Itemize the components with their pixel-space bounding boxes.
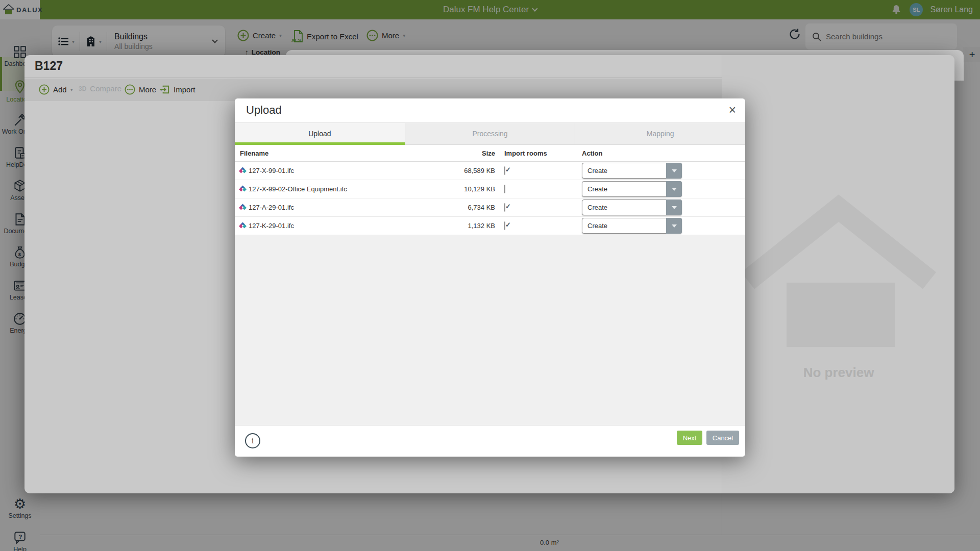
table-row: 127-X-99-01.ifc 68,589 KB Create bbox=[235, 162, 745, 180]
table-header-row: Filename Size Import rooms Action bbox=[235, 145, 745, 162]
info-icon[interactable]: i bbox=[245, 433, 260, 448]
action-select[interactable]: Create bbox=[582, 218, 682, 234]
filename: 127-X-99-01.ifc bbox=[249, 167, 294, 174]
modal-titlebar: Upload × bbox=[235, 98, 745, 122]
app-root: Dalux FM Help Center SL Søren Lang DALUX bbox=[0, 0, 980, 551]
col-action: Action bbox=[582, 149, 602, 157]
file-size: 10,129 KB bbox=[398, 180, 495, 198]
action-select[interactable]: Create bbox=[582, 199, 682, 215]
file-size: 6,734 KB bbox=[398, 198, 495, 216]
select-arrow-icon[interactable] bbox=[666, 163, 682, 179]
filename: 127-A-29-01.ifc bbox=[249, 204, 294, 211]
import-rooms-checkbox[interactable] bbox=[504, 203, 505, 212]
select-arrow-icon[interactable] bbox=[666, 181, 682, 197]
ifc-file-icon bbox=[239, 204, 247, 211]
ifc-file-icon bbox=[239, 222, 247, 230]
col-import-rooms: Import rooms bbox=[504, 149, 547, 157]
import-rooms-checkbox[interactable] bbox=[504, 221, 505, 230]
table-row: 127-X-99-02-Office Equipment.ifc 10,129 … bbox=[235, 180, 745, 198]
close-icon[interactable]: × bbox=[728, 103, 736, 117]
action-select[interactable]: Create bbox=[582, 181, 682, 197]
file-size: 68,589 KB bbox=[398, 162, 495, 180]
import-rooms-checkbox[interactable] bbox=[504, 185, 505, 193]
next-button[interactable]: Next bbox=[677, 431, 702, 445]
upload-file-table: Filename Size Import rooms Action 127-X-… bbox=[235, 145, 745, 235]
select-arrow-icon[interactable] bbox=[666, 199, 682, 215]
import-rooms-checkbox[interactable] bbox=[504, 166, 505, 175]
tab-mapping[interactable]: Mapping bbox=[575, 123, 745, 144]
ifc-file-icon bbox=[239, 167, 247, 174]
col-size: Size bbox=[398, 149, 495, 157]
action-select[interactable]: Create bbox=[582, 163, 682, 179]
upload-modal: Upload × Upload Processing Mapping Filen… bbox=[235, 98, 745, 457]
modal-footer: i Next Cancel bbox=[235, 425, 745, 457]
file-size: 1,132 KB bbox=[398, 217, 495, 235]
tab-processing[interactable]: Processing bbox=[405, 123, 575, 144]
table-row: 127-A-29-01.ifc 6,734 KB Create bbox=[235, 198, 745, 217]
table-row: 127-K-29-01.ifc 1,132 KB Create bbox=[235, 217, 745, 235]
ifc-file-icon bbox=[239, 185, 247, 193]
tab-upload[interactable]: Upload bbox=[235, 123, 405, 144]
filename: 127-K-29-01.ifc bbox=[249, 222, 294, 230]
modal-tabs: Upload Processing Mapping bbox=[235, 122, 745, 145]
col-filename: Filename bbox=[240, 149, 268, 157]
select-arrow-icon[interactable] bbox=[666, 218, 682, 234]
filename: 127-X-99-02-Office Equipment.ifc bbox=[249, 185, 347, 193]
modal-title: Upload bbox=[246, 104, 282, 117]
cancel-button[interactable]: Cancel bbox=[706, 431, 739, 445]
